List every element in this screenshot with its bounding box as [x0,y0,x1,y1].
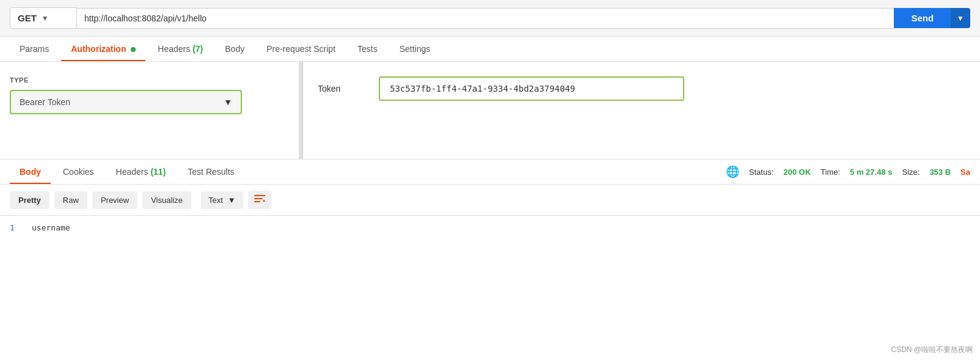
method-select[interactable]: GET ▼ [10,7,77,29]
globe-icon: 🌐 [726,165,739,178]
word-wrap-icon [254,195,265,205]
send-chevron-button[interactable]: ▼ [951,8,970,28]
auth-type-section: TYPE Bearer Token ▼ [0,62,299,159]
status-value: 200 OK [783,167,811,177]
line-content: username [32,223,70,232]
response-tab-body[interactable]: Body [10,160,51,184]
url-input[interactable] [77,8,894,29]
time-value: 5 m 27.48 s [850,167,892,177]
format-visualize-button[interactable]: Visualize [142,191,191,209]
send-button[interactable]: Send [894,8,951,28]
method-label: GET [18,13,37,23]
token-label: Token [318,84,354,94]
tab-pre-request[interactable]: Pre-request Script [257,37,345,61]
tab-body[interactable]: Body [215,37,254,61]
token-row: Token 53c537fb-1ff4-47a1-9334-4bd2a37940… [318,76,965,101]
response-section: Body Cookies Headers (11) Test Results 🌐… [0,160,980,240]
response-tab-cookies[interactable]: Cookies [53,160,104,184]
response-body: 1 username [0,216,980,240]
text-format-dropdown[interactable]: Text ▼ [201,191,243,209]
type-select[interactable]: Bearer Token ▼ [10,90,242,114]
tab-params[interactable]: Params [10,37,59,61]
response-tab-test-results[interactable]: Test Results [178,160,244,184]
response-tab-headers[interactable]: Headers (11) [106,160,176,184]
svg-rect-2 [254,201,260,202]
type-select-value: Bearer Token [20,97,219,107]
text-format-chevron-icon: ▼ [228,196,236,205]
tab-authorization[interactable]: Authorization [61,37,145,61]
token-input[interactable]: 53c537fb-1ff4-47a1-9334-4bd2a3794049 [379,76,684,101]
svg-rect-0 [254,195,265,196]
sa-label: Sa [960,167,970,177]
method-chevron-icon: ▼ [42,14,49,23]
request-tabs: Params Authorization Headers (7) Body Pr… [0,37,980,62]
line-number: 1 [10,223,22,232]
text-format-label: Text [208,196,223,205]
word-wrap-button[interactable] [248,191,271,209]
token-value: 53c537fb-1ff4-47a1-9334-4bd2a3794049 [390,84,575,94]
tab-headers[interactable]: Headers (7) [148,37,213,61]
format-pretty-button[interactable]: Pretty [10,191,49,209]
top-bar: GET ▼ Send ▼ [0,0,980,37]
svg-rect-1 [254,198,263,199]
format-preview-button[interactable]: Preview [92,191,137,209]
auth-panel: TYPE Bearer Token ▼ Token 53c537fb-1ff4-… [0,62,980,160]
send-button-group: Send ▼ [894,8,970,28]
auth-active-dot [131,47,136,52]
response-tabs: Body Cookies Headers (11) Test Results 🌐… [0,160,980,185]
status-label: Status: [749,167,773,177]
tab-tests[interactable]: Tests [348,37,387,61]
size-value: 353 B [929,167,951,177]
format-raw-button[interactable]: Raw [54,191,87,209]
size-label: Size: [902,167,920,177]
table-row: 1 username [10,223,970,232]
type-label: TYPE [10,76,289,84]
format-bar: Pretty Raw Preview Visualize Text ▼ [0,185,980,216]
time-label: Time: [821,167,840,177]
type-select-chevron-icon: ▼ [224,97,232,107]
tab-settings[interactable]: Settings [390,37,441,61]
response-meta: 🌐 Status: 200 OK Time: 5 m 27.48 s Size:… [726,165,970,178]
auth-token-section: Token 53c537fb-1ff4-47a1-9334-4bd2a37940… [303,62,980,159]
